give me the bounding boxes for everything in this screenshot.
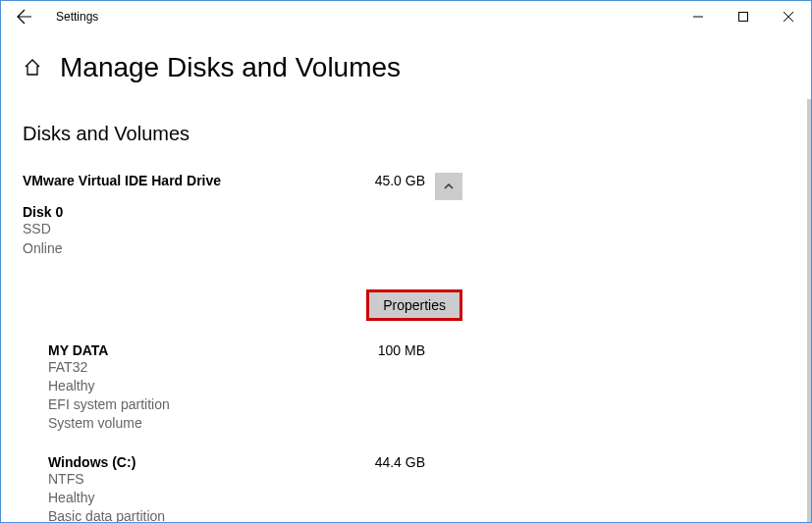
- page-header: Manage Disks and Volumes: [1, 32, 811, 95]
- minimize-icon: [693, 12, 703, 22]
- volume-item[interactable]: Windows (C:) 44.4 GB NTFS Healthy Basic …: [23, 454, 462, 523]
- window-controls: [676, 1, 811, 32]
- disk-info: VMware Virtual IDE Hard Drive: [23, 173, 370, 188]
- volume-item[interactable]: MY DATA 100 MB FAT32 Healthy EFI system …: [23, 342, 462, 433]
- disk-size: 45.0 GB: [370, 173, 425, 188]
- volume-name: MY DATA: [48, 342, 356, 358]
- volume-size: 44.4 GB: [356, 454, 425, 470]
- titlebar: Settings: [1, 1, 811, 32]
- disk-status: Online: [23, 239, 462, 259]
- volume-partition-type: Basic data partition: [48, 507, 462, 523]
- volume-size: 100 MB: [356, 342, 425, 358]
- section-title: Disks and Volumes: [23, 123, 789, 145]
- close-button[interactable]: [766, 1, 811, 32]
- svg-rect-1: [739, 13, 748, 22]
- volume-name: Windows (C:): [48, 454, 356, 470]
- volume-health: Healthy: [48, 489, 462, 507]
- properties-button[interactable]: Properties: [366, 289, 462, 321]
- volume-filesystem: FAT32: [48, 358, 462, 377]
- volume-partition-type: EFI system partition: [48, 395, 462, 414]
- content: Disks and Volumes VMware Virtual IDE Har…: [1, 95, 811, 523]
- disk-header: VMware Virtual IDE Hard Drive 45.0 GB: [23, 173, 462, 200]
- disk-id: Disk 0: [23, 204, 462, 220]
- back-button[interactable]: [9, 1, 40, 32]
- minimize-button[interactable]: [676, 1, 721, 32]
- volume-role: System volume: [48, 414, 462, 433]
- page-title: Manage Disks and Volumes: [60, 52, 401, 83]
- maximize-button[interactable]: [721, 1, 766, 32]
- properties-row: Properties: [23, 289, 462, 321]
- disk-name: VMware Virtual IDE Hard Drive: [23, 173, 370, 188]
- volume-health: Healthy: [48, 377, 462, 395]
- collapse-button[interactable]: [435, 173, 462, 200]
- arrow-left-icon: [17, 9, 32, 25]
- disk-panel: VMware Virtual IDE Hard Drive 45.0 GB Di…: [23, 173, 462, 523]
- volume-filesystem: NTFS: [48, 470, 462, 489]
- close-icon: [784, 12, 793, 22]
- window-title: Settings: [56, 10, 98, 24]
- disk-type: SSD: [23, 220, 462, 239]
- scrollbar[interactable]: [807, 99, 811, 522]
- home-icon[interactable]: [23, 58, 42, 78]
- maximize-icon: [738, 12, 748, 22]
- chevron-up-icon: [443, 181, 455, 192]
